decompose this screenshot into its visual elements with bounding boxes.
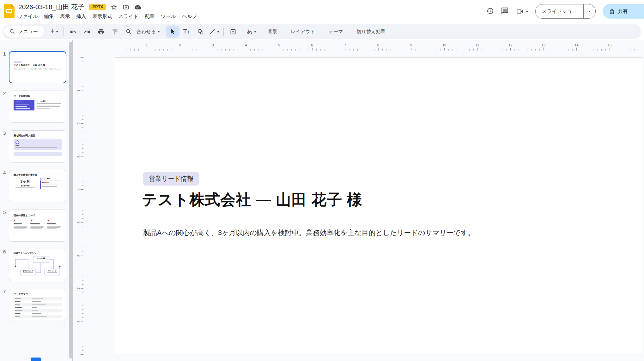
search-menus-label: メニュー: [19, 29, 38, 35]
slide-thumbnail-2[interactable]: リード基本情報 リードの概要: [9, 91, 66, 123]
menu-tools[interactable]: ツール: [158, 12, 179, 21]
svg-text:課題ヒアリング: 課題ヒアリング: [23, 270, 33, 272]
menu-help[interactable]: ヘルプ: [179, 12, 200, 21]
mini-timeline-diagram: 課題ヒアリング システム提案 クロージング: [9, 254, 66, 278]
move-to-folder-button[interactable]: [122, 3, 130, 11]
slide-thumbnail-5[interactable]: 現在の課題とニーズ: [9, 210, 66, 242]
toolbar-divider: [350, 27, 350, 36]
chevron-down-icon: [217, 31, 220, 33]
menu-file[interactable]: ファイル: [15, 12, 41, 21]
layout-button-label: レイアウト: [291, 29, 315, 35]
mini-badge: [14, 61, 22, 63]
svg-text:システム提案: システム提案: [37, 257, 46, 259]
new-slide-button[interactable]: +: [47, 26, 61, 38]
chevron-down-icon: [526, 11, 528, 12]
slide-thumbnail-7[interactable]: リードサマリー: [9, 289, 66, 321]
chevron-down-icon: [254, 31, 257, 33]
theme-button-label: テーマ: [329, 29, 343, 35]
slides-logo-icon[interactable]: [4, 4, 15, 18]
undo-button[interactable]: [66, 26, 80, 38]
search-menus-button[interactable]: メニュー: [4, 26, 44, 38]
slide-canvas[interactable]: 営業リード情報 テスト株式会社 — 山田 花子 様 製品Aへの関心が高く、3ヶ月…: [114, 57, 643, 354]
mini-product-card: 製品A: [14, 139, 62, 150]
slide-eyebrow-badge[interactable]: 営業リード情報: [143, 172, 199, 186]
menu-insert[interactable]: 挿入: [73, 12, 89, 21]
document-status-button[interactable]: [134, 3, 142, 11]
slide-title-textbox[interactable]: テスト株式会社 — 山田 花子 様: [142, 190, 362, 210]
mini-note-strip: [14, 152, 62, 156]
version-history-button[interactable]: [486, 7, 494, 16]
filmstrip-divider: [72, 40, 73, 361]
background-button-label: 背景: [268, 29, 277, 35]
horizontal-ruler: 123456789101112131415: [76, 42, 644, 50]
slide-thumbnail-3[interactable]: 最も関心が高い製品 製品A: [9, 130, 66, 163]
slide-thumbnail-1[interactable]: テスト株式会社 — 山田 花子 様 製品Aへの関心が高く、3ヶ月以内の購入を検討…: [9, 51, 66, 83]
shape-tool-button[interactable]: [193, 26, 207, 38]
insert-comment-button[interactable]: [226, 26, 240, 38]
share-button-label: 共有: [618, 8, 628, 15]
toolbar-divider: [163, 27, 163, 36]
transition-button[interactable]: 切り替え効果: [352, 26, 390, 38]
undo-icon: [70, 28, 76, 35]
zoom-button[interactable]: [122, 26, 136, 38]
menu-edit[interactable]: 編集: [41, 12, 57, 21]
workspace: 1 テスト株式会社 — 山田 花子 様 製品Aへの関心が高く、3ヶ月以内の購入を…: [0, 40, 644, 361]
slide-number: 7: [3, 289, 6, 294]
mini-item-label: 製品A: [15, 145, 19, 146]
print-button[interactable]: [94, 26, 108, 38]
slide-thumbnail-4[interactable]: 購入予定時期と優先度 3ヶ月 購入予定時期 アクション優先度 最優先度: [9, 170, 66, 202]
document-title[interactable]: 2026-03-18_山田 花子: [18, 3, 84, 11]
menu-arrange[interactable]: 配置: [142, 12, 158, 21]
mini-title: テスト株式会社 — 山田 花子 様: [14, 63, 45, 67]
zoom-fit-select[interactable]: 合わせる: [136, 26, 161, 38]
mini-title: リードサマリー: [14, 293, 30, 296]
background-button[interactable]: 背景: [263, 26, 282, 38]
mini-title: 購入予定時期と優先度: [14, 174, 37, 177]
redo-button[interactable]: [80, 26, 94, 38]
lock-icon: [609, 9, 615, 15]
toolbar-divider: [64, 27, 64, 36]
thumbnail-row-2: 2 リード基本情報 リードの概要: [0, 91, 72, 123]
toolbar-divider: [284, 27, 284, 36]
meet-presentation-button[interactable]: [516, 8, 528, 15]
filmstrip-panel: 1 テスト株式会社 — 山田 花子 様 製品Aへの関心が高く、3ヶ月以内の購入を…: [0, 40, 72, 361]
search-icon: [9, 28, 15, 35]
layout-button[interactable]: レイアウト: [286, 26, 319, 38]
mini-title: 最も関心が高い製品: [14, 134, 35, 137]
mini-column: [14, 219, 28, 238]
select-tool-button[interactable]: [166, 26, 179, 38]
comments-button[interactable]: [501, 7, 509, 16]
toolbar-divider: [223, 27, 224, 36]
slideshow-button[interactable]: スライドショー: [536, 8, 583, 15]
paint-format-button[interactable]: [108, 26, 122, 38]
thumbnail-row-3: 3 最も関心が高い製品 製品A: [0, 130, 72, 163]
transition-button-label: 切り替え効果: [357, 29, 386, 35]
star-button[interactable]: [110, 3, 118, 11]
share-button[interactable]: 共有: [603, 4, 644, 19]
input-tools-button[interactable]: あ: [245, 26, 258, 38]
thumbnail-row-1: 1 テスト株式会社 — 山田 花子 様 製品Aへの関心が高く、3ヶ月以内の購入を…: [0, 51, 72, 84]
menu-format[interactable]: 表示形式: [89, 12, 115, 21]
add-comment-icon: [230, 28, 236, 35]
pptx-format-badge: .PPTX: [89, 4, 106, 10]
slide-body-textbox[interactable]: 製品Aへの関心が高く、3ヶ月以内の購入を検討中。業務効率化を主な目的としたリード…: [143, 228, 475, 238]
menu-view[interactable]: 表示: [57, 12, 73, 21]
slideshow-options-button[interactable]: [583, 4, 595, 18]
mini-metric-label: 購入予定時期: [14, 185, 37, 186]
camera-icon: [516, 8, 524, 15]
mini-column: [47, 219, 62, 238]
mini-metric-value: 3ヶ月: [14, 179, 37, 184]
text-box-tool-button[interactable]: TT: [179, 26, 193, 38]
zoom-in-icon: [125, 28, 132, 35]
slide-number: 3: [3, 130, 6, 136]
thumbnail-row-5: 5 現在の課題とニーズ: [0, 210, 72, 242]
line-icon: [209, 28, 216, 35]
cutoff-blue-element[interactable]: [31, 358, 41, 361]
mini-body: 製品Aへの関心が高く、3ヶ月以内の購入を検討中。業務効率化を主な目的としたリード…: [14, 68, 62, 70]
line-tool-button[interactable]: [207, 26, 221, 38]
slide-thumbnail-6[interactable]: 推奨アクションプラン 課題ヒアリング システム提案 クロージング: [9, 249, 66, 281]
slide-number: 5: [3, 210, 6, 215]
menu-slide[interactable]: スライド: [115, 12, 141, 21]
theme-button[interactable]: テーマ: [324, 26, 348, 38]
toolbar: メニュー + 合わせる TT あ: [3, 24, 641, 39]
